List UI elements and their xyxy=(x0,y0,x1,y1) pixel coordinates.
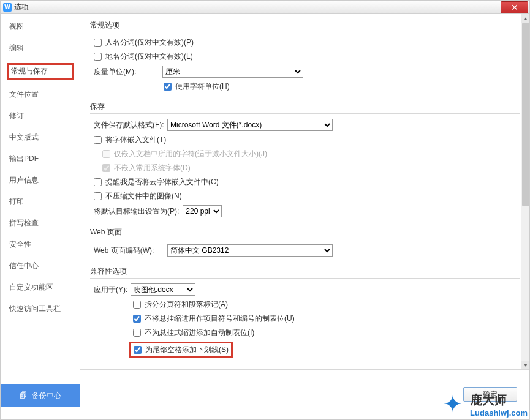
label-remind-cloud-fonts: 提醒我是否将云字体嵌入文件中(C) xyxy=(105,177,219,187)
label-target-output: 将默认目标输出设置为(P): xyxy=(94,206,179,217)
label-embed-only-used: 仅嵌入文档中所用的字符(适于减小文件大小)(J) xyxy=(114,149,267,159)
sidebar-item-revisions[interactable]: 修订 xyxy=(7,110,74,122)
label-place-seg: 地名分词(仅对中文有效)(L) xyxy=(105,51,193,62)
watermark-icon: ✦ xyxy=(443,392,468,417)
sidebar-item-user-info[interactable]: 用户信息 xyxy=(7,174,74,187)
checkbox-no-auto-tab-hanging[interactable] xyxy=(133,329,141,337)
select-apply-to[interactable]: 咦图他.docx xyxy=(131,283,195,296)
select-target-output[interactable]: 220 ppi xyxy=(183,205,222,217)
section-general-title: 常规选项 xyxy=(90,20,520,32)
checkbox-embed-only-used xyxy=(102,150,110,158)
watermark-url: Ludashiwj.com xyxy=(470,408,528,418)
select-unit[interactable]: 厘米 xyxy=(162,66,303,78)
sidebar-item-file-locations[interactable]: 文件位置 xyxy=(7,88,74,101)
section-save-title: 保存 xyxy=(90,102,520,114)
checkbox-no-embed-sys xyxy=(102,164,110,172)
label-trailing-underline: 为尾部空格添加下划线(S) xyxy=(145,345,229,355)
scroll-thumb[interactable] xyxy=(522,23,529,206)
select-web-encoding[interactable]: 简体中文 GB2312 xyxy=(167,244,333,257)
sidebar-item-chinese-layout[interactable]: 中文版式 xyxy=(7,131,74,144)
titlebar: W 选项 ✕ xyxy=(1,1,529,14)
sidebar-item-quick-access[interactable]: 快速访问工具栏 xyxy=(7,302,74,315)
watermark-title: 鹿大师 xyxy=(470,392,528,408)
label-file-format: 文件保存默认格式(F): xyxy=(94,120,167,130)
checkbox-split-page[interactable] xyxy=(133,301,141,309)
watermark: ✦ 鹿大师 Ludashiwj.com xyxy=(443,392,528,418)
label-embed-fonts: 将字体嵌入文件(T) xyxy=(105,135,166,145)
label-apply-to: 应用于(Y): xyxy=(94,285,131,295)
scroll-down-icon[interactable]: ▼ xyxy=(521,361,529,369)
backup-center-button[interactable]: 🗐 备份中心 xyxy=(1,384,80,407)
section-compat-title: 兼容性选项 xyxy=(90,266,520,279)
window-title: 选项 xyxy=(14,2,29,12)
checkbox-embed-fonts[interactable] xyxy=(94,136,102,144)
sidebar-item-print[interactable]: 打印 xyxy=(7,195,74,208)
label-char-unit: 使用字符单位(H) xyxy=(175,81,230,92)
sidebar-item-export-pdf[interactable]: 输出PDF xyxy=(7,152,74,165)
scroll-up-icon[interactable]: ▲ xyxy=(521,14,529,23)
close-button[interactable]: ✕ xyxy=(501,1,528,13)
scrollbar[interactable]: ▲ ▼ xyxy=(521,14,529,369)
checkbox-trailing-underline[interactable] xyxy=(134,346,142,354)
label-no-hanging-tab: 不将悬挂缩进用作项目符号和编号的制表位(U) xyxy=(145,313,295,324)
label-no-compress: 不压缩文件中的图像(N) xyxy=(105,191,182,201)
sidebar-item-trust-center[interactable]: 信任中心 xyxy=(7,260,74,272)
sidebar-item-edit[interactable]: 编辑 xyxy=(7,42,74,54)
checkbox-no-hanging-tab[interactable] xyxy=(133,315,141,323)
sidebar: 视图 编辑 常规与保存 文件位置 修订 中文版式 输出PDF 用户信息 打印 拼… xyxy=(1,14,80,419)
section-web-title: Web 页面 xyxy=(90,227,520,239)
main-content: 常规选项 人名分词(仅对中文有效)(P) 地名分词(仅对中文有效)(L) 度量单… xyxy=(80,14,529,369)
checkbox-remind-cloud-fonts[interactable] xyxy=(94,178,102,186)
sidebar-item-general-save[interactable]: 常规与保存 xyxy=(7,63,74,80)
label-no-embed-sys: 不嵌入常用系统字体(D) xyxy=(114,163,191,173)
sidebar-item-customize-ribbon[interactable]: 自定义功能区 xyxy=(7,281,74,294)
label-person-seg: 人名分词(仅对中文有效)(P) xyxy=(105,37,194,48)
select-file-format[interactable]: Microsoft Word 文件(*.docx) xyxy=(167,119,333,131)
label-unit: 度量单位(M): xyxy=(94,67,162,77)
checkbox-char-unit[interactable] xyxy=(164,83,172,91)
checkbox-person-seg[interactable] xyxy=(94,39,102,47)
sidebar-item-view[interactable]: 视图 xyxy=(7,20,74,33)
sidebar-item-spellcheck[interactable]: 拼写检查 xyxy=(7,217,74,230)
backup-icon: 🗐 xyxy=(20,391,27,400)
app-icon: W xyxy=(3,3,12,12)
label-split-page: 拆分分页符和段落标记(A) xyxy=(145,299,228,310)
label-web-encoding: Web 页面编码(W): xyxy=(94,246,167,256)
backup-label: 备份中心 xyxy=(32,391,61,401)
label-no-auto-tab-hanging: 不为悬挂式缩进添加自动制表位(I) xyxy=(145,328,254,338)
checkbox-place-seg[interactable] xyxy=(94,53,102,61)
sidebar-item-security[interactable]: 安全性 xyxy=(7,238,74,251)
checkbox-no-compress-images[interactable] xyxy=(94,192,102,200)
